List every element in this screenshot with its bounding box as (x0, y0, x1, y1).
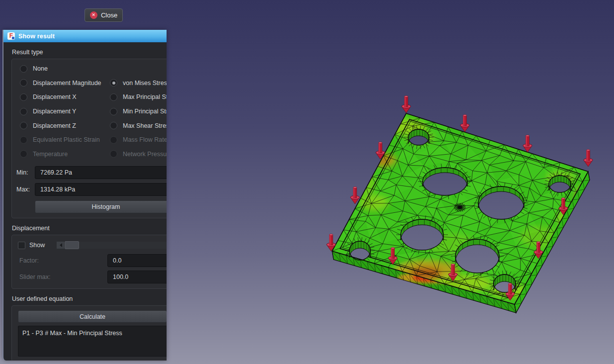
radio-label-displacement-magnitude: Displacement Magnitude (33, 80, 101, 87)
equation-input[interactable]: P1 - P3 # Max - Min Principal Stress (18, 326, 167, 357)
radio-row: TemperatureNetwork Pressure (12, 147, 167, 162)
slider-max-field[interactable] (107, 271, 167, 283)
slider-left-arrow-icon[interactable] (56, 241, 65, 249)
force-arrow (523, 135, 532, 152)
slider-handle[interactable] (65, 241, 79, 249)
factor-label: Factor: (19, 257, 107, 264)
force-arrow (402, 95, 411, 113)
radio-row: Displacement ZMax Shear Stress (Tresca) (12, 118, 167, 133)
radio-row: Displacement YMin Principal Stress (12, 104, 167, 119)
calculate-button[interactable]: Calculate (18, 310, 167, 323)
radio-label-min-principal-stress: Min Principal Stress (123, 108, 167, 115)
radio-displacement-y[interactable] (20, 108, 27, 115)
radio-none[interactable] (20, 65, 27, 73)
radio-label-network-pressure: Network Pressure (123, 151, 167, 158)
radio-max-shear-stress-tresca[interactable] (110, 122, 117, 129)
radio-network-pressure (110, 150, 117, 158)
radio-von-mises-stress[interactable] (110, 79, 117, 87)
histogram-button[interactable]: Histogram (35, 200, 167, 213)
show-checkbox-label: Show (29, 242, 45, 249)
radio-label-equivalent-plastic-strain: Equivalent Plastic Strain (33, 136, 100, 143)
radio-label-von-mises-stress: von Mises Stress (123, 80, 167, 87)
radio-label-displacement-x: Displacement X (33, 93, 77, 100)
show-row: Show (12, 240, 167, 251)
min-row: Min: (16, 166, 167, 179)
min-label: Min: (16, 169, 35, 176)
equation-label: User defined equation (12, 295, 167, 302)
factor-row: Factor: (19, 254, 167, 267)
x-circle-icon: ✕ (90, 11, 97, 19)
radio-label-displacement-y: Displacement Y (33, 108, 76, 115)
radio-mass-flow-rate (110, 136, 117, 144)
radio-label-max-shear-stress-tresca: Max Shear Stress (Tresca) (123, 122, 167, 129)
max-label: Max: (16, 186, 35, 193)
dialog-titlebar: F Show result (3, 30, 167, 42)
displacement-groupbox: Show Factor: Slider max: (11, 235, 167, 289)
show-result-dialog: F Show result Result type NoneDisplaceme… (2, 30, 167, 361)
slider-max-row: Slider max: (19, 271, 167, 283)
result-type-label: Result type (12, 49, 167, 56)
equation-groupbox: Calculate P1 - P3 # Max - Min Principal … (11, 305, 167, 361)
factor-field[interactable] (107, 254, 167, 267)
close-button[interactable]: ✕ Close (85, 8, 123, 22)
radio-max-principal-stress[interactable] (110, 93, 117, 101)
result-type-groupbox: NoneDisplacement Magnitudevon Mises Stre… (11, 59, 167, 218)
slider-max-label: Slider max: (19, 273, 107, 280)
radio-label-none: None (33, 65, 48, 72)
radio-row: Displacement XMax Principal Stress (12, 90, 167, 104)
force-arrow (351, 186, 359, 204)
max-value-field[interactable] (35, 183, 167, 196)
radio-label-temperature: Temperature (33, 151, 68, 158)
displacement-slider[interactable] (56, 242, 167, 249)
displacement-label: Displacement (12, 225, 167, 232)
close-button-label: Close (101, 11, 117, 19)
radio-row: Displacement Magnitudevon Mises Stress (12, 76, 167, 91)
force-arrow (584, 149, 593, 167)
radio-displacement-z[interactable] (20, 122, 27, 129)
max-row: Max: (16, 183, 167, 196)
slider-groove[interactable] (79, 242, 167, 249)
radio-min-principal-stress[interactable] (110, 108, 117, 115)
radio-label-mass-flow-rate: Mass Flow Rate (123, 136, 167, 143)
radio-temperature (20, 150, 27, 158)
radio-displacement-magnitude[interactable] (20, 79, 27, 87)
result-type-radio-grid: NoneDisplacement Magnitudevon Mises Stre… (12, 59, 167, 162)
radio-row: None (12, 62, 167, 76)
force-arrow (460, 114, 469, 132)
radio-label-displacement-z: Displacement Z (33, 122, 76, 129)
radio-label-max-principal-stress: Max Principal Stress (123, 93, 167, 100)
radio-equivalent-plastic-strain (20, 136, 27, 144)
dialog-title: Show result (18, 33, 55, 40)
min-value-field[interactable] (35, 166, 167, 179)
freecad-icon: F (7, 32, 15, 40)
radio-displacement-x[interactable] (20, 93, 27, 101)
show-checkbox[interactable] (18, 242, 25, 249)
radio-row: Equivalent Plastic StrainMass Flow Rate (12, 133, 167, 147)
